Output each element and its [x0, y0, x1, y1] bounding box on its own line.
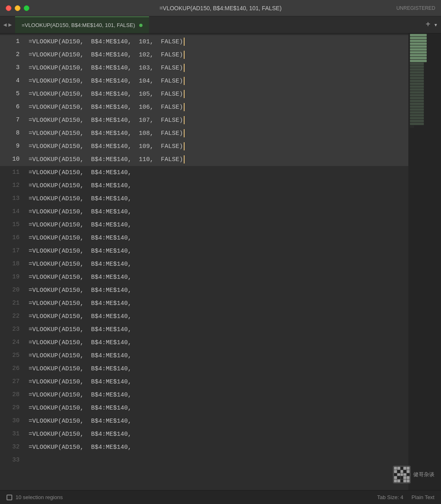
syntax-label[interactable]: Plain Text — [412, 494, 434, 500]
tab-size-label[interactable]: Tab Size: 4 — [377, 494, 403, 500]
code-line-24: =VLOOKUP(AD150, B$4:ME$140, — [24, 336, 408, 349]
cursor-bar-5 — [184, 90, 185, 98]
tab-actions: + ▾ — [425, 16, 438, 33]
minimap-line-17 — [410, 80, 424, 82]
line-number-7: 7 — [0, 114, 24, 127]
editor: 1234567891011121314151617181920212223242… — [0, 34, 441, 490]
line-number-4: 4 — [0, 74, 24, 87]
minimap-line-1 — [410, 34, 427, 36]
minimap — [408, 34, 441, 490]
minimap-line-6 — [410, 48, 427, 51]
tab-chevron-icon[interactable]: ▾ — [434, 21, 438, 29]
code-line-30: =VLOOKUP(AD150, B$4:ME$140, — [24, 414, 408, 428]
minimap-line-13 — [410, 68, 424, 71]
minimap-line-21 — [410, 91, 424, 94]
close-button[interactable] — [6, 5, 11, 11]
code-line-17: =VLOOKUP(AD150, B$4:ME$140, — [24, 244, 408, 258]
cursor-bar-6 — [184, 103, 185, 111]
tab-modified-dot — [139, 24, 143, 27]
line-number-18: 18 — [0, 258, 24, 271]
line-number-9: 9 — [0, 140, 24, 153]
line-number-14: 14 — [0, 205, 24, 218]
watermark-text: 健哥杂谈 — [413, 471, 434, 478]
code-line-31: =VLOOKUP(AD150, B$4:ME$140, — [24, 428, 408, 441]
line-number-13: 13 — [0, 192, 24, 205]
minimap-line-5 — [410, 45, 427, 48]
minimap-line-10 — [410, 60, 427, 62]
code-line-19: =VLOOKUP(AD150, B$4:ME$140, — [24, 271, 408, 284]
line-number-31: 31 — [0, 428, 24, 441]
minimap-line-31 — [410, 120, 424, 122]
minimize-button[interactable] — [15, 5, 20, 11]
tab-bar: ◀ ▶ =VLOOKUP(AD150, B$4:ME$140, 101, FAL… — [0, 16, 441, 34]
line-number-32: 32 — [0, 441, 24, 454]
cursor-bar-1 — [184, 38, 185, 46]
line-number-30: 30 — [0, 414, 24, 428]
minimap-line-30 — [410, 117, 424, 119]
minimap-line-29 — [410, 114, 424, 116]
minimap-line-22 — [410, 94, 424, 96]
line-number-16: 16 — [0, 231, 24, 244]
minimap-line-33 — [410, 125, 414, 128]
minimap-line-16 — [410, 77, 424, 79]
code-line-8: =VLOOKUP(AD150, B$4:ME$140, 108, FALSE) — [24, 127, 408, 140]
code-line-33 — [24, 454, 408, 467]
code-line-10: =VLOOKUP(AD150, B$4:ME$140, 110, FALSE) — [24, 153, 408, 166]
line-number-12: 12 — [0, 179, 24, 192]
code-area[interactable]: 1234567891011121314151617181920212223242… — [0, 34, 441, 490]
line-number-5: 5 — [0, 87, 24, 101]
code-line-1: =VLOOKUP(AD150, B$4:ME$140, 101, FALSE) — [24, 35, 408, 48]
line-number-6: 6 — [0, 101, 24, 114]
minimap-line-3 — [410, 40, 427, 42]
line-number-25: 25 — [0, 349, 24, 362]
title-bar: =VLOOKUP(AD150, B$4:ME$140, 101, FALSE) … — [0, 0, 441, 16]
minimap-line-24 — [410, 100, 424, 102]
code-line-27: =VLOOKUP(AD150, B$4:ME$140, — [24, 375, 408, 388]
minimap-line-7 — [410, 51, 427, 54]
minimap-line-9 — [410, 57, 427, 59]
line-number-23: 23 — [0, 323, 24, 336]
code-line-13: =VLOOKUP(AD150, B$4:ME$140, — [24, 192, 408, 205]
minimap-line-18 — [410, 83, 424, 85]
line-number-2: 2 — [0, 48, 24, 61]
nav-right-icon[interactable]: ▶ — [8, 21, 11, 28]
minimap-line-2 — [410, 37, 427, 39]
line-number-19: 19 — [0, 271, 24, 284]
line-number-8: 8 — [0, 127, 24, 140]
minimap-line-11 — [410, 63, 424, 65]
minimap-line-25 — [410, 103, 424, 105]
minimap-line-26 — [410, 105, 424, 108]
line-number-24: 24 — [0, 336, 24, 349]
cursor-bar-9 — [184, 142, 185, 150]
code-line-21: =VLOOKUP(AD150, B$4:ME$140, — [24, 297, 408, 310]
cursor-bar-7 — [184, 116, 185, 124]
nav-left-icon[interactable]: ◀ — [3, 21, 7, 28]
minimap-line-14 — [410, 71, 424, 74]
selection-count: 10 selection regions — [16, 494, 63, 500]
watermark: 健哥杂谈 — [393, 466, 434, 484]
code-line-7: =VLOOKUP(AD150, B$4:ME$140, 107, FALSE) — [24, 114, 408, 127]
add-tab-button[interactable]: + — [425, 20, 430, 29]
nav-arrows[interactable]: ◀ ▶ — [0, 16, 15, 33]
line-number-29: 29 — [0, 401, 24, 414]
cursor-bar-3 — [184, 64, 185, 72]
minimap-line-28 — [410, 111, 424, 114]
line-number-3: 3 — [0, 61, 24, 74]
code-line-32: =VLOOKUP(AD150, B$4:ME$140, — [24, 441, 408, 454]
code-line-22: =VLOOKUP(AD150, B$4:ME$140, — [24, 310, 408, 323]
minimap-line-23 — [410, 97, 424, 99]
code-line-9: =VLOOKUP(AD150, B$4:ME$140, 109, FALSE) — [24, 140, 408, 153]
minimap-line-15 — [410, 74, 424, 76]
active-tab[interactable]: =VLOOKUP(AD150, B$4:ME$140, 101, FALSE) — [15, 16, 149, 33]
unregistered-label: UNREGISTERED — [396, 5, 435, 11]
maximize-button[interactable] — [24, 5, 29, 11]
line-number-20: 20 — [0, 284, 24, 297]
status-left: 10 selection regions — [7, 494, 63, 500]
line-number-15: 15 — [0, 218, 24, 231]
line-number-10: 10 — [0, 153, 24, 166]
cursor-bar-2 — [184, 51, 185, 59]
status-bar: 10 selection regions Tab Size: 4 Plain T… — [0, 490, 441, 504]
cursor-bar-4 — [184, 77, 185, 85]
code-content[interactable]: =VLOOKUP(AD150, B$4:ME$140, 101, FALSE)=… — [24, 34, 408, 490]
line-number-33: 33 — [0, 454, 24, 467]
